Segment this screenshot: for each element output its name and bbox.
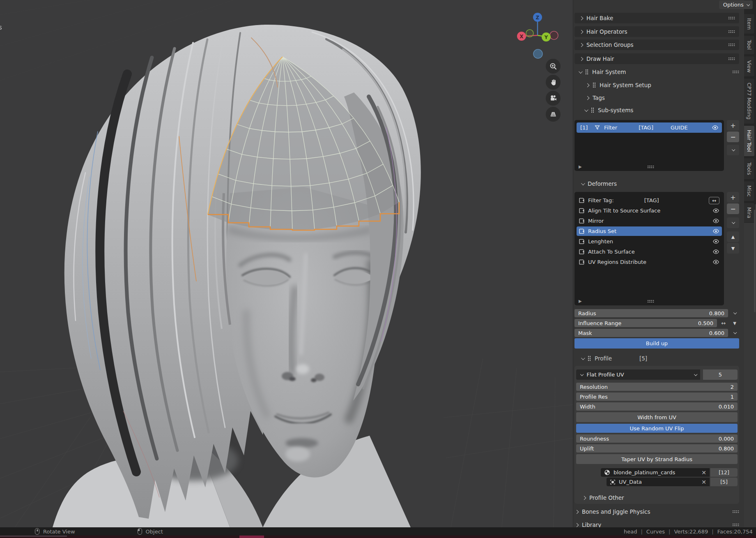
unlink-material-button[interactable]: ✕ — [701, 469, 706, 476]
uv-users-badge[interactable]: [5] — [710, 478, 738, 486]
width-slider[interactable]: Width 0.010 — [576, 402, 738, 411]
visibility-eye-icon[interactable] — [712, 218, 719, 224]
width-from-uv-button[interactable]: Width from UV — [576, 412, 738, 422]
modifier-icon — [579, 218, 585, 224]
drag-dots-icon[interactable] — [593, 82, 596, 88]
visibility-eye-icon[interactable] — [712, 125, 719, 130]
visibility-eye-icon[interactable] — [712, 259, 719, 265]
tab-view[interactable]: View — [744, 56, 755, 77]
visibility-eye-icon[interactable] — [712, 208, 719, 213]
drag-dots-icon[interactable] — [591, 107, 594, 113]
uplift-slider[interactable]: Uplift 0.800 — [576, 444, 738, 453]
panel-grip-handle[interactable] — [728, 43, 735, 46]
panel-header-hair-bake[interactable]: Hair Bake — [574, 13, 739, 23]
axis-neg-y[interactable] — [526, 30, 533, 37]
zoom-tool-button[interactable] — [546, 59, 561, 74]
modifier-icon — [579, 208, 585, 214]
taper-uv-button[interactable]: Taper UV by Strand Radius — [576, 454, 738, 464]
panel-header-deformers[interactable]: Deformers — [574, 180, 739, 188]
panel-grip-handle[interactable] — [728, 57, 735, 60]
influence-range-slider[interactable]: Influence Range 0.500 — [574, 319, 717, 327]
panel-header-sub-systems[interactable]: Sub-systems — [574, 106, 739, 114]
unlink-uv-button[interactable]: ✕ — [701, 479, 706, 485]
add-deformer-button[interactable]: + — [727, 192, 739, 203]
deformer-menu-button[interactable] — [727, 217, 739, 228]
move-up-button[interactable]: ▲ — [727, 231, 739, 242]
deformer-row[interactable]: Lenghten — [577, 237, 722, 246]
use-random-uv-flip-button[interactable]: Use Random UV Flip — [576, 424, 738, 433]
tab-tools[interactable]: Tools — [744, 158, 755, 180]
panel-header-profile[interactable]: Profile [5] — [574, 354, 739, 363]
swap-arrows-icon[interactable]: ↔ — [719, 320, 728, 326]
options-button[interactable]: Options — [719, 0, 753, 9]
remove-item-button[interactable]: − — [727, 132, 739, 142]
axis-neg-x[interactable] — [550, 31, 558, 39]
panel-header-selection-groups[interactable]: Selection Groups — [574, 39, 739, 50]
deformer-row[interactable]: Align Tilt to Source Surface — [577, 206, 722, 215]
scrollbar[interactable] — [754, 210, 756, 312]
deformer-row[interactable]: Mirror — [577, 216, 722, 226]
tab-cp77-modding[interactable]: CP77 Modding — [744, 78, 755, 124]
panel-grip-handle[interactable] — [732, 510, 739, 513]
visibility-eye-icon[interactable] — [712, 239, 719, 244]
panel-header-hair-system[interactable]: Hair System — [574, 67, 739, 76]
panel-header-hair-system-setup[interactable]: Hair System Setup — [574, 81, 739, 90]
tab-item[interactable]: Item — [744, 14, 755, 34]
panel-header-profile-other[interactable]: Profile Other — [576, 493, 738, 502]
drag-dots-icon[interactable] — [585, 69, 588, 75]
expand-arrow-icon[interactable]: ▶ — [579, 164, 582, 169]
panel-grip-handle[interactable] — [732, 523, 739, 526]
sub-system-row-filter[interactable]: [1] Filter [TAG] GUIDE — [577, 122, 722, 133]
profile-count-field[interactable]: 5 — [703, 369, 738, 380]
visibility-eye-icon[interactable] — [712, 249, 719, 254]
tab-misc[interactable]: Misc — [744, 181, 755, 201]
move-down-button[interactable]: ▼ — [727, 243, 739, 254]
build-up-button[interactable]: Build up — [574, 338, 739, 349]
panel-header-hair-operators[interactable]: Hair Operators — [574, 26, 739, 37]
panel-grip-handle[interactable] — [728, 16, 735, 20]
expand-arrow-icon[interactable]: ▶ — [579, 299, 582, 303]
camera-view-button[interactable] — [546, 91, 561, 106]
panel-header-draw-hair[interactable]: Draw Hair — [574, 53, 739, 64]
dropdown-chevron-icon[interactable] — [730, 332, 739, 334]
swap-arrows-button[interactable]: ↔ — [709, 197, 719, 204]
list-resize-grip[interactable] — [647, 300, 654, 303]
triangle-down-icon[interactable]: ▼ — [730, 321, 739, 326]
panel-grip-handle[interactable] — [732, 70, 739, 74]
uv-map-field[interactable]: UV_Data ✕ — [607, 478, 710, 486]
axis-neg-z[interactable] — [533, 49, 542, 58]
tab-tool[interactable]: Tool — [744, 35, 755, 54]
profile-type-dropdown[interactable]: Flat Profile UV 5 — [576, 369, 738, 380]
mask-slider[interactable]: Mask 0.600 — [574, 329, 728, 337]
add-item-button[interactable]: + — [727, 120, 739, 131]
dropdown-chevron-icon[interactable] — [730, 312, 739, 314]
drag-dots-icon[interactable] — [588, 356, 591, 361]
panel-grip-handle[interactable] — [728, 30, 735, 33]
tab-hair-tool[interactable]: Hair Tool — [744, 125, 755, 157]
list-menu-button[interactable] — [727, 145, 739, 155]
remove-deformer-button[interactable]: − — [727, 203, 739, 214]
list-resize-grip[interactable] — [647, 165, 654, 169]
grid-view-button[interactable] — [546, 107, 561, 122]
deformer-row[interactable]: UV Regions Distribute — [577, 257, 722, 267]
visibility-eye-icon[interactable] — [712, 229, 719, 234]
panel-header-bones-jiggle[interactable]: Bones and Jiggle Physics — [574, 507, 739, 516]
dropdown-field[interactable]: Flat Profile UV — [576, 369, 700, 380]
deformer-row-filter-tag[interactable]: Filter Tag: [TAG] ↔ — [577, 196, 722, 205]
radius-slider[interactable]: Radius 0.800 — [574, 309, 728, 317]
uv-data-icon — [610, 479, 616, 485]
deformer-row[interactable]: Attach To Surface — [577, 247, 722, 256]
profile-res-slider[interactable]: Profile Res 1 — [576, 393, 738, 401]
pan-tool-button[interactable] — [546, 75, 561, 90]
panel-header-library[interactable]: Library — [574, 520, 739, 527]
panel-header-tags[interactable]: Tags — [574, 94, 739, 102]
deformer-row-selected[interactable]: Radius Set — [577, 226, 722, 236]
navigation-gizmo[interactable]: Z X Y — [516, 12, 562, 61]
material-users-badge[interactable]: [12] — [710, 468, 738, 477]
sub-systems-listbox[interactable]: [1] Filter [TAG] GUIDE ▶ — [574, 120, 724, 171]
resolution-slider[interactable]: Resolution 2 — [576, 383, 738, 391]
material-field[interactable]: blonde_platinum_cards ✕ — [601, 468, 710, 477]
roundness-slider[interactable]: Roundness 0.000 — [576, 434, 738, 443]
deformers-listbox[interactable]: Filter Tag: [TAG] ↔ Align Tilt to Source… — [574, 192, 724, 305]
tab-mira[interactable]: Mira — [744, 203, 755, 223]
